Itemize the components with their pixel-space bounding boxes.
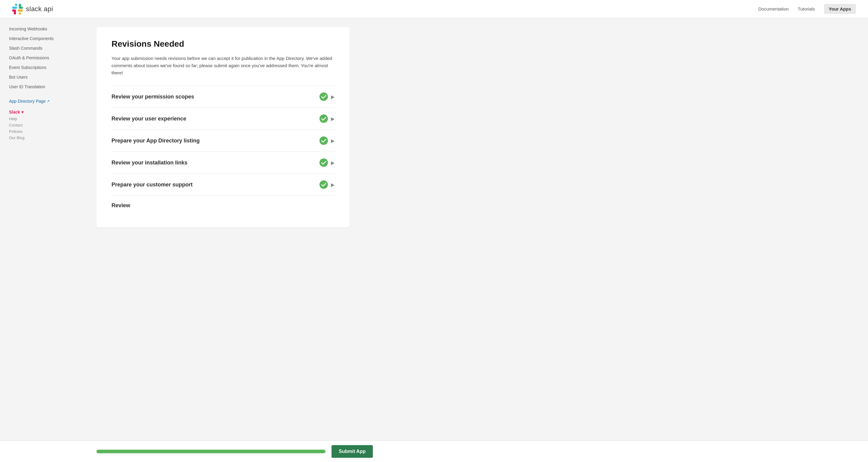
policies-link[interactable]: Policies (9, 128, 84, 135)
checklist-item-app-directory-listing[interactable]: Prepare your App Directory listing ▶ (112, 130, 335, 152)
checklist-item-customer-support[interactable]: Prepare your customer support ▶ (112, 174, 335, 195)
your-apps-button[interactable]: Your Apps (824, 4, 856, 14)
sidebar: Incoming Webhooks Interactive Components… (0, 18, 84, 462)
progress-bar-fill (96, 450, 326, 453)
header-nav: Documentation Tutorials Your Apps (758, 4, 856, 14)
checklist-label-user-experience: Review your user experience (112, 116, 186, 122)
sidebar-item-interactive-components[interactable]: Interactive Components (9, 34, 84, 43)
check-icon-customer-support (319, 180, 328, 189)
tutorials-link[interactable]: Tutorials (798, 6, 815, 11)
documentation-link[interactable]: Documentation (758, 6, 789, 11)
chevron-right-icon-3: ▶ (331, 138, 335, 144)
sidebar-item-user-id-translation[interactable]: User ID Translation (9, 82, 84, 92)
checklist-label-permission-scopes: Review your permission scopes (112, 94, 194, 100)
checklist-label-app-directory-listing: Prepare your App Directory listing (112, 138, 199, 144)
sidebar-item-bot-users[interactable]: Bot Users (9, 72, 84, 82)
submit-app-button[interactable]: Submit App (332, 445, 373, 458)
header: slack api Documentation Tutorials Your A… (0, 0, 868, 18)
check-icon-user-experience (319, 114, 328, 123)
checklist-item-installation-links[interactable]: Review your installation links ▶ (112, 152, 335, 173)
svg-point-3 (319, 158, 328, 167)
bottom-bar: Submit App (0, 440, 868, 462)
checklist-label-review: Review (112, 202, 130, 209)
checklist-right-permission-scopes: ▶ (319, 93, 335, 101)
progress-bar-container (96, 450, 326, 453)
check-icon-installation-links (319, 158, 328, 167)
chevron-right-icon-4: ▶ (331, 160, 335, 166)
help-link[interactable]: Help (9, 116, 84, 122)
card-description: Your app submission needs revisions befo… (112, 55, 335, 76)
logo: slack api (12, 4, 53, 14)
check-icon-permission-scopes (319, 93, 328, 101)
slack-logo-icon (12, 4, 23, 14)
checklist-right-user-experience: ▶ (319, 114, 335, 123)
our-blog-link[interactable]: Our Blog (9, 135, 84, 141)
app-directory-page-link[interactable]: App Directory Page ↗ (9, 96, 84, 106)
sidebar-item-event-subscriptions[interactable]: Event Subscriptions (9, 63, 84, 72)
checklist-right-customer-support: ▶ (319, 180, 335, 189)
main-content: Revisions Needed Your app submission nee… (84, 18, 868, 462)
contact-link[interactable]: Contact (9, 122, 84, 128)
checklist-item-user-experience[interactable]: Review your user experience ▶ (112, 108, 335, 130)
card-title: Revisions Needed (112, 39, 335, 49)
svg-point-2 (319, 136, 328, 145)
svg-point-1 (319, 114, 328, 123)
sidebar-nav: Incoming Webhooks Interactive Components… (9, 24, 84, 92)
app-directory-page-label: App Directory Page (9, 99, 45, 104)
slack-brand: Slack ♥ (9, 108, 84, 116)
external-link-icon: ↗ (47, 99, 50, 103)
revisions-card: Revisions Needed Your app submission nee… (96, 27, 350, 227)
page-layout: Incoming Webhooks Interactive Components… (0, 18, 868, 462)
checklist-label-installation-links: Review your installation links (112, 160, 187, 166)
checklist-right-app-directory-listing: ▶ (319, 136, 335, 145)
check-icon-app-directory-listing (319, 136, 328, 145)
svg-point-4 (319, 180, 328, 189)
sidebar-item-incoming-webhooks[interactable]: Incoming Webhooks (9, 24, 84, 34)
checklist-item-review[interactable]: Review (112, 196, 335, 215)
chevron-right-icon: ▶ (331, 94, 335, 100)
sidebar-item-slash-commands[interactable]: Slash Commands (9, 43, 84, 53)
checklist-right-installation-links: ▶ (319, 158, 335, 167)
sidebar-footer: Slack ♥ Help Contact Policies Our Blog (9, 108, 84, 141)
chevron-right-icon-5: ▶ (331, 182, 335, 188)
checklist-item-permission-scopes[interactable]: Review your permission scopes ▶ (112, 86, 335, 107)
logo-text: slack api (26, 5, 53, 13)
chevron-right-icon-2: ▶ (331, 116, 335, 122)
checklist-label-customer-support: Prepare your customer support (112, 182, 193, 188)
svg-point-0 (319, 93, 328, 101)
sidebar-item-oauth-permissions[interactable]: OAuth & Permissions (9, 53, 84, 63)
